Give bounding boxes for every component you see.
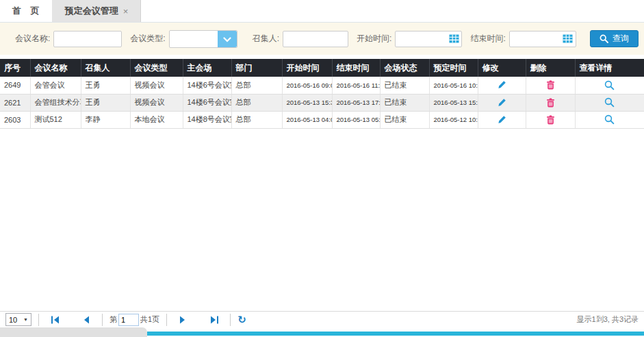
col-main-venue: 主会场 (183, 59, 231, 77)
col-delete: 删除 (526, 59, 575, 77)
end-time-input[interactable] (510, 34, 561, 44)
department-cell: 总部 (231, 94, 282, 111)
edit-button[interactable] (497, 80, 506, 90)
close-icon[interactable]: × (123, 6, 129, 16)
query-button[interactable]: 查询 (590, 30, 639, 47)
tab-meeting-management[interactable]: 预定会议管理 × (53, 0, 142, 22)
col-reserved-time: 预定时间 (429, 59, 478, 77)
convener-cell: 王勇 (81, 94, 130, 111)
table-header-row: 序号 会议名称 召集人 会议类型 主会场 部门 开始时间 结束时间 会场状态 预… (0, 59, 644, 77)
start-time-cell: 2016-05-13 15:3 (282, 94, 332, 111)
prev-page-button[interactable] (77, 316, 95, 324)
end-time-label: 结束时间: (470, 33, 505, 45)
next-page-button[interactable] (174, 316, 192, 324)
tab-meeting-label: 预定会议管理 (65, 5, 118, 17)
tab-home-label: 首 页 (12, 5, 40, 17)
delete-button[interactable] (546, 98, 555, 108)
table-row: 2603测试512李静本地会议14楼8号会议室总部2016-05-13 04:0… (0, 111, 644, 128)
pencil-icon (497, 118, 506, 126)
view-details-button[interactable] (604, 80, 615, 90)
filter-bar: 会议名称: 会议类型: 召集人: 开始时间: (0, 23, 644, 55)
trash-icon (546, 118, 555, 126)
col-convener: 召集人 (81, 59, 130, 77)
table-row: 2621会管组技术分享会王勇视频会议14楼6号会议室总部2016-05-13 1… (0, 94, 644, 111)
page-suffix-label: 共1页 (140, 314, 159, 325)
col-start-time: 开始时间 (282, 59, 332, 77)
calendar-icon[interactable] (446, 34, 461, 43)
end-time-cell: 2016-05-13 05:0 (332, 111, 380, 128)
meeting-type-cell: 视频会议 (130, 94, 183, 111)
seq-cell: 2621 (0, 94, 30, 111)
pencil-icon (497, 83, 506, 91)
meeting-name-cell: 会管组技术分享会 (30, 94, 81, 111)
reserved-time-cell: 2016-05-13 15:3 (429, 94, 478, 111)
meetings-table: 序号 会议名称 召集人 会议类型 主会场 部门 开始时间 结束时间 会场状态 预… (0, 59, 644, 129)
end-time-cell: 2016-05-16 11:0 (332, 77, 380, 94)
page-size-select[interactable]: 10 ▼ (5, 313, 31, 326)
reserved-time-cell: 2016-05-12 10:3 (429, 111, 478, 128)
start-time-field (395, 31, 462, 47)
col-end-time: 结束时间 (332, 59, 380, 77)
divider (230, 314, 231, 326)
divider (102, 314, 103, 326)
content-empty-area (0, 129, 644, 312)
last-page-button[interactable] (205, 316, 223, 324)
caret-down-icon: ▼ (23, 317, 28, 322)
refresh-icon[interactable]: ↻ (237, 315, 246, 325)
convener-cell: 李静 (81, 111, 130, 128)
main-venue-cell: 14楼8号会议室 (183, 111, 231, 128)
tab-bar: 首 页 预定会议管理 × (0, 0, 644, 23)
seq-cell: 2603 (0, 111, 30, 128)
meeting-name-cell: 测试512 (30, 111, 81, 128)
record-summary: 显示1到3, 共3记录 (577, 314, 639, 325)
divider (166, 314, 167, 326)
page-number-input[interactable] (118, 314, 139, 326)
view-details-button[interactable] (604, 97, 615, 108)
edit-button[interactable] (497, 115, 506, 125)
calendar-icon[interactable] (561, 34, 576, 43)
bottom-strip (0, 327, 644, 337)
view-details-button[interactable] (604, 114, 615, 125)
department-cell: 总部 (231, 77, 282, 94)
meeting-management-window: 首 页 预定会议管理 × 会议名称: 会议类型: 召集人: (0, 0, 644, 337)
meeting-name-label: 会议名称: (15, 33, 50, 45)
trash-icon (546, 101, 555, 109)
venue-status-cell: 已结束 (380, 94, 429, 111)
divider (38, 314, 39, 326)
status-bubble (0, 327, 147, 337)
edit-button[interactable] (497, 98, 506, 108)
tab-home[interactable]: 首 页 (0, 0, 53, 22)
delete-cell (526, 111, 575, 128)
meeting-type-select[interactable] (169, 30, 237, 48)
dropdown-button[interactable] (218, 31, 237, 47)
start-time-input[interactable] (396, 34, 446, 44)
delete-cell (526, 77, 575, 94)
col-meeting-type: 会议类型 (130, 59, 183, 77)
convener-input[interactable] (283, 31, 348, 47)
col-view-details: 查看详情 (575, 59, 644, 77)
table-row: 2649会管会议王勇视频会议14楼6号会议室总部2016-05-16 09:02… (0, 77, 644, 94)
col-modify: 修改 (478, 59, 526, 77)
end-time-field (509, 31, 576, 47)
filter-convener: 召集人: (253, 31, 348, 47)
filter-start-time: 开始时间: (357, 31, 462, 47)
meeting-name-input[interactable] (53, 31, 122, 47)
start-time-cell: 2016-05-13 04:0 (282, 111, 332, 128)
view-details-cell (575, 111, 644, 128)
pencil-icon (497, 101, 506, 109)
main-venue-cell: 14楼6号会议室 (183, 94, 231, 111)
horizontal-scrollbar[interactable] (147, 332, 644, 336)
seq-cell: 2649 (0, 77, 30, 94)
pagination-bar: 10 ▼ 第 共1页 ↻ 显示1到3, (0, 311, 644, 327)
delete-button[interactable] (546, 115, 555, 125)
delete-button[interactable] (546, 80, 555, 90)
venue-status-cell: 已结束 (380, 77, 429, 94)
magnifier-icon (604, 118, 615, 126)
page-number-group: 第 共1页 (110, 314, 159, 326)
col-venue-status: 会场状态 (380, 59, 429, 77)
modify-cell (478, 111, 526, 128)
trash-icon (546, 83, 555, 91)
first-page-button[interactable] (46, 316, 64, 324)
main-venue-cell: 14楼6号会议室 (183, 77, 231, 94)
magnifier-icon (604, 101, 615, 109)
